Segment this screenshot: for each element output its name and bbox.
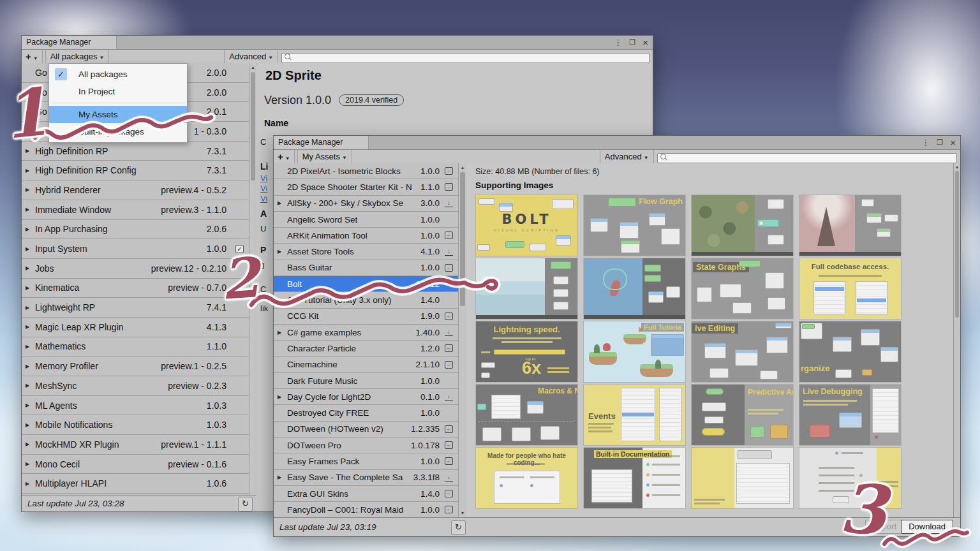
asset-state-icon[interactable] (445, 167, 453, 175)
thumb-live-debugging[interactable]: Live Debugging (799, 385, 901, 445)
thumb-painless-updates[interactable]: Painless updates. (799, 448, 901, 508)
close-icon[interactable]: × (950, 137, 956, 148)
package-row[interactable]: ▶ Magic Leap XR Plugin 4.1.3 (22, 318, 249, 337)
expand-arrow-icon[interactable]: ▶ (278, 200, 287, 206)
asset-row[interactable]: ▶ Dark Future Music 1.0.0 (274, 373, 458, 389)
link-fragment[interactable]: Vi (260, 194, 267, 203)
menu-item-my-assets[interactable]: My Assets (49, 106, 187, 123)
expand-arrow-icon[interactable]: ▶ (26, 168, 35, 173)
menu-item-in-project[interactable]: In Project (49, 83, 187, 100)
package-row[interactable]: ▶ MockHMD XR Plugin preview.1 - 1.1.1 (22, 435, 249, 455)
asset-row[interactable]: ▶ Easy Frames Pack 1.0.0 (274, 453, 458, 469)
advanced-dropdown[interactable]: Advanced▼ (600, 150, 654, 164)
add-package-button[interactable]: +▼ (274, 150, 295, 164)
details-scrollbar[interactable]: ▲ (249, 63, 256, 495)
package-row[interactable]: ▶ Input System 1.0.0 (22, 239, 249, 259)
refresh-button[interactable]: ↻ (238, 497, 253, 511)
more-menu-icon[interactable]: ⋮ (921, 138, 930, 147)
menu-item-built-in-packages[interactable]: Built-in packages (49, 123, 187, 140)
search-field[interactable] (657, 152, 957, 162)
package-row[interactable]: ▶ In App Purchasing 2.0.6 (22, 220, 249, 240)
expand-arrow-icon[interactable]: ▶ (26, 344, 35, 349)
expand-arrow-icon[interactable]: ▶ (278, 474, 287, 480)
packages-scope-dropdown[interactable]: My Assets▼ (297, 150, 352, 164)
thumb-climbing-scene[interactable] (584, 258, 685, 319)
expand-arrow-icon[interactable]: ▶ (26, 246, 35, 252)
expand-arrow-icon[interactable]: ▶ (278, 330, 287, 335)
package-row[interactable]: ▶ Memory Profiler preview.1 - 0.2.5 (22, 356, 249, 376)
asset-row[interactable]: ▶ Extra GUI Skins 1.4.0 (274, 486, 458, 502)
package-row[interactable]: ▶ Multiplayer HLAPI 1.0.6 (22, 474, 249, 494)
expand-arrow-icon[interactable]: ▶ (26, 422, 35, 428)
search-input[interactable] (281, 53, 650, 63)
search-field[interactable] (281, 52, 650, 62)
scroll-up-icon[interactable]: ▲ (954, 165, 960, 169)
expand-arrow-icon[interactable]: ▶ (26, 226, 35, 232)
package-row[interactable]: ▶ Mono Cecil preview - 0.1.6 (22, 455, 249, 474)
asset-row[interactable]: ▶ 2D PixelArt - Isometric Blocks 1.0.0 (274, 163, 458, 179)
thumb-pink-room-scene[interactable] (799, 195, 901, 256)
thumb-builtin-documentation[interactable]: Built-in Documentation (584, 448, 685, 508)
thumb-flow-graph[interactable]: Flow Graph (584, 195, 685, 256)
asset-row[interactable]: ▶ Cinemachine 2.1.10 (274, 357, 458, 373)
asset-state-icon[interactable] (445, 264, 453, 272)
expand-arrow-icon[interactable]: ▶ (26, 383, 35, 388)
thumb-simple-configuration[interactable]: imple onfiguration. (692, 448, 793, 508)
link-fragment[interactable]: Vi (260, 184, 267, 193)
link-fragment[interactable]: Vi (260, 173, 267, 183)
asset-row[interactable]: ▶ Asset Store Tools 4.1.0 (274, 244, 458, 260)
add-package-button[interactable]: +▼ (22, 50, 43, 64)
asset-state-icon[interactable] (445, 361, 453, 369)
thumb-full-codebase-access[interactable]: Full codebase access. (799, 258, 901, 319)
package-row[interactable]: ▶ Immediate Window preview.3 - 1.1.0 (22, 200, 249, 220)
asset-state-icon[interactable] (445, 183, 453, 191)
expand-arrow-icon[interactable]: ▶ (26, 128, 35, 134)
expand-arrow-icon[interactable]: ▶ (26, 441, 35, 447)
asset-row[interactable]: ▶ FancyDoll – C001: Royal Maid 1.0.0 (274, 502, 458, 517)
scrollbar-thumb[interactable] (955, 171, 959, 318)
scroll-up-icon[interactable]: ▲ (249, 65, 256, 70)
asset-state-icon[interactable] (445, 490, 453, 497)
asset-state-icon[interactable] (445, 312, 453, 320)
refresh-button[interactable]: ↻ (451, 520, 466, 535)
thumb-live-editing[interactable]: ive Editing (692, 321, 793, 382)
thumb-organize[interactable]: rganize (799, 321, 901, 382)
maximize-icon[interactable]: ❒ (937, 138, 943, 147)
asset-row[interactable]: ▶ Bass Guitar 1.0.0 (274, 260, 458, 276)
asset-row[interactable]: ▶ DOTween (HOTween v2) 1.2.335 (274, 422, 458, 437)
asset-row[interactable]: ▶ Car Tutorial (Unity 3.x only) 1.4.0 (274, 292, 458, 308)
asset-state-icon[interactable] (445, 425, 453, 433)
package-row[interactable]: ▶ Mathematics 1.1.0 (22, 337, 249, 357)
asset-row[interactable]: ▶ CCG Kit 1.9.0 (274, 309, 458, 325)
asset-state-icon[interactable] (445, 457, 453, 465)
expand-arrow-icon[interactable]: ▶ (278, 249, 287, 254)
asset-list-scrollbar[interactable]: ▲ ▼ (458, 163, 466, 517)
asset-state-icon[interactable] (445, 200, 453, 207)
maximize-icon[interactable]: ❒ (629, 38, 635, 47)
thumb-state-graphs[interactable]: State Graphs (692, 258, 793, 319)
asset-state-icon[interactable] (445, 506, 453, 513)
package-row[interactable]: ▶ High Definition RP Config 7.3.1 (22, 161, 249, 180)
thumb-hate-coding[interactable]: Made for people who hate coding... (476, 448, 577, 508)
expand-arrow-icon[interactable]: ▶ (26, 461, 35, 467)
expand-arrow-icon[interactable]: ▶ (26, 324, 35, 330)
thumb-predictive-analysis[interactable]: Predictive Analysis (692, 385, 793, 445)
asset-state-icon[interactable] (445, 441, 453, 449)
scroll-up-icon[interactable]: ▲ (459, 165, 466, 170)
search-input[interactable] (657, 153, 957, 163)
asset-row[interactable]: ▶ C# game examples 1.40.0 (274, 325, 458, 341)
expand-arrow-icon[interactable]: ▶ (26, 305, 35, 311)
expand-arrow-icon[interactable]: ▶ (26, 285, 35, 291)
asset-row[interactable]: ▶ Character Particle 1.2.0 (274, 341, 458, 356)
package-row[interactable]: ▶ Jobs preview.12 - 0.2.10 (22, 259, 249, 279)
asset-row[interactable]: ▶ Angelic Sword Set 1.0.0 (274, 212, 458, 228)
package-row[interactable]: ▶ MeshSync preview - 0.2.3 (22, 376, 249, 396)
thumb-macros-nesting[interactable]: Macros & Nesting (476, 385, 577, 445)
scrollbar-thumb[interactable] (251, 72, 255, 180)
package-row[interactable]: ▶ Lightweight RP 7.4.1 (22, 298, 249, 318)
package-row[interactable]: ▶ Mobile Notifications 1.0.3 (22, 415, 249, 435)
asset-state-icon[interactable] (445, 393, 453, 400)
asset-row[interactable]: ▶ Destroyed City FREE 1.0.0 (274, 405, 458, 421)
thumb-sea-scene[interactable] (476, 258, 577, 319)
expand-arrow-icon[interactable]: ▶ (26, 481, 35, 487)
